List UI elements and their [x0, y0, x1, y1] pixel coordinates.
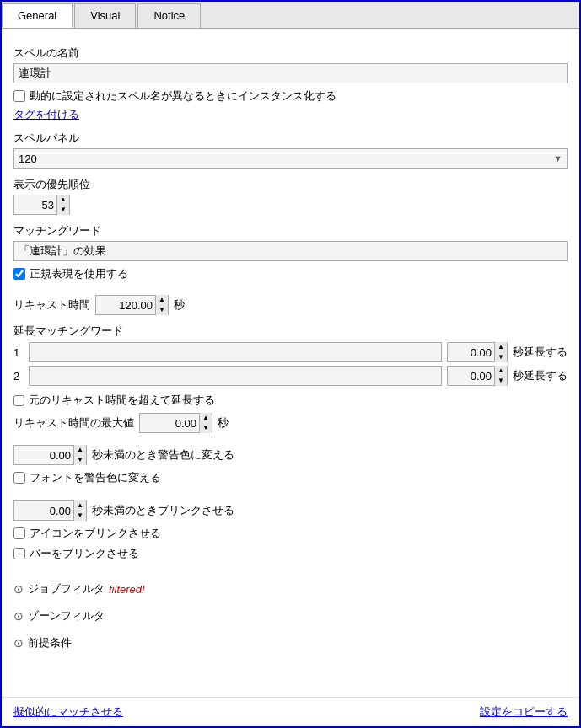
job-filter-label: ジョブフィルタ [28, 581, 105, 597]
warning-up-icon[interactable]: ▲ [74, 445, 86, 455]
display-priority-spinbox[interactable]: ▲ ▼ [13, 195, 70, 215]
warning-font-checkbox[interactable] [13, 472, 25, 484]
ext-spin-input-1[interactable] [448, 346, 494, 359]
ext-match-row-2: 2 ▲ ▼ 秒延長する [13, 366, 568, 386]
zone-filter-row: ⊙ ゾーンフィルタ [13, 608, 568, 624]
bottom-bar: 擬似的にマッチさせる 設定をコピーする [2, 697, 579, 726]
ext-spin-input-2[interactable] [448, 370, 494, 383]
exceed-label: 元のリキャスト時間を超えて延長する [29, 393, 215, 408]
ext-spin-up-1-icon[interactable]: ▲ [495, 342, 507, 352]
prerequisite-chevron-icon[interactable]: ⊙ [13, 636, 24, 650]
ext-num-1: 1 [13, 346, 24, 359]
matching-word-label: マッチングワード [13, 223, 568, 238]
max-recast-input[interactable] [140, 417, 199, 430]
matching-word-input[interactable] [13, 241, 568, 261]
tag-link[interactable]: タグを付ける [13, 108, 79, 120]
warning-font-label: フォントを警告色に変える [30, 470, 161, 485]
ext-spin-down-1-icon[interactable]: ▼ [495, 352, 507, 362]
tab-visual[interactable]: Visual [74, 3, 136, 28]
recast-spinner[interactable]: ▲ ▼ [155, 295, 168, 315]
job-filter-chevron-icon[interactable]: ⊙ [13, 582, 24, 596]
regex-checkbox-row: 正規表現を使用する [13, 266, 568, 281]
regex-checkbox-label: 正規表現を使用する [30, 266, 128, 281]
blink-alert-row: ▲ ▼ 秒未満のときブリンクさせる [13, 500, 568, 521]
spell-name-input[interactable] [13, 63, 568, 83]
blink-label: 秒未満のときブリンクさせる [92, 503, 234, 518]
tab-general[interactable]: General [2, 3, 73, 28]
tab-bar: General Visual Notice [2, 2, 579, 29]
regex-checkbox[interactable] [13, 268, 25, 280]
blink-input[interactable] [14, 505, 73, 517]
ext-spin-2[interactable]: ▲ ▼ [447, 366, 508, 386]
copy-settings-link[interactable]: 設定をコピーする [480, 704, 568, 720]
recast-spinbox[interactable]: ▲ ▼ [95, 295, 169, 315]
recast-label: リキャスト時間 [13, 297, 90, 313]
recast-unit: 秒 [174, 297, 185, 313]
recast-input[interactable] [96, 299, 155, 312]
blink-icon-row: アイコンをブリンクさせる [13, 526, 568, 541]
blink-icon-label: アイコンをブリンクさせる [30, 526, 161, 541]
recast-row: リキャスト時間 ▲ ▼ 秒 [13, 295, 568, 315]
max-recast-spinbox[interactable]: ▲ ▼ [139, 413, 212, 433]
main-container: General Visual Notice スペルの名前 動的に設定されたスペル… [0, 0, 581, 728]
recast-spinner-up-icon[interactable]: ▲ [156, 295, 168, 305]
blink-bar-label: バーをブリンクさせる [30, 546, 139, 561]
warning-spinner[interactable]: ▲ ▼ [73, 445, 86, 465]
ext-unit-1: 秒延長する [513, 345, 568, 360]
fuzzy-match-link[interactable]: 擬似的にマッチさせる [13, 704, 123, 720]
max-recast-spinner[interactable]: ▲ ▼ [199, 413, 212, 433]
spell-panel-dropdown[interactable]: 120 ▼ [13, 148, 568, 169]
warning-input[interactable] [14, 449, 73, 462]
blink-spinbox[interactable]: ▲ ▼ [13, 500, 87, 521]
display-priority-input[interactable] [14, 199, 56, 211]
blink-bar-row: バーをブリンクさせる [13, 546, 568, 561]
ext-spinner-1[interactable]: ▲ ▼ [494, 342, 507, 362]
ext-spin-1[interactable]: ▲ ▼ [447, 342, 508, 362]
exceed-row: 元のリキャスト時間を超えて延長する [13, 393, 568, 408]
blink-bar-checkbox[interactable] [13, 548, 25, 559]
prerequisite-row: ⊙ 前提条件 [13, 635, 568, 650]
blink-icon-checkbox[interactable] [13, 527, 25, 539]
ext-match-row-1: 1 ▲ ▼ 秒延長する [13, 342, 568, 362]
dynamic-checkbox[interactable] [13, 90, 25, 102]
job-filter-row: ⊙ ジョブフィルタ filtered! [13, 581, 568, 597]
max-recast-down-icon[interactable]: ▼ [200, 423, 212, 433]
dynamic-checkbox-row: 動的に設定されたスペル名が異なるときにインスタンス化する [13, 88, 568, 104]
blink-up-icon[interactable]: ▲ [74, 500, 86, 511]
warning-spinbox[interactable]: ▲ ▼ [13, 445, 87, 465]
zone-filter-chevron-icon[interactable]: ⊙ [13, 609, 24, 623]
exceed-checkbox[interactable] [13, 395, 24, 406]
max-recast-unit: 秒 [218, 415, 229, 431]
recast-spinner-down-icon[interactable]: ▼ [156, 305, 168, 315]
blink-spinner[interactable]: ▲ ▼ [73, 500, 86, 521]
spell-name-label: スペルの名前 [13, 46, 568, 61]
zone-filter-label: ゾーンフィルタ [28, 608, 105, 624]
spell-panel-label: スペルパネル [13, 131, 568, 146]
ext-unit-2: 秒延長する [513, 368, 568, 383]
max-recast-label: リキャスト時間の最大値 [13, 415, 134, 431]
ext-num-2: 2 [13, 370, 24, 383]
ext-match-section: 延長マッチングワード 1 ▲ ▼ 秒延長する 2 [13, 324, 568, 386]
job-filter-filtered-badge: filtered! [109, 583, 145, 596]
warning-label: 秒未満のとき警告色に変える [92, 447, 234, 463]
warning-down-icon[interactable]: ▼ [74, 455, 86, 465]
spell-panel-value: 120 [19, 153, 553, 165]
max-recast-up-icon[interactable]: ▲ [200, 413, 212, 423]
ext-input-2[interactable] [29, 366, 442, 386]
tab-notice[interactable]: Notice [137, 3, 201, 28]
max-recast-row: リキャスト時間の最大値 ▲ ▼ 秒 [13, 413, 568, 433]
spinner-up-icon[interactable]: ▲ [57, 195, 69, 205]
dynamic-checkbox-label: 動的に設定されたスペル名が異なるときにインスタンス化する [30, 88, 336, 104]
display-priority-spinner[interactable]: ▲ ▼ [56, 195, 69, 215]
ext-spinner-2[interactable]: ▲ ▼ [494, 366, 507, 386]
blink-down-icon[interactable]: ▼ [74, 511, 86, 521]
ext-spin-up-2-icon[interactable]: ▲ [495, 366, 507, 376]
spinner-down-icon[interactable]: ▼ [57, 205, 69, 215]
ext-input-1[interactable] [29, 342, 442, 362]
warning-alert-row: ▲ ▼ 秒未満のとき警告色に変える [13, 445, 568, 465]
display-priority-label: 表示の優先順位 [13, 177, 568, 192]
prerequisite-label: 前提条件 [28, 635, 72, 650]
warning-font-row: フォントを警告色に変える [13, 470, 568, 485]
content-area: スペルの名前 動的に設定されたスペル名が異なるときにインスタンス化する タグを付… [2, 29, 579, 697]
ext-spin-down-2-icon[interactable]: ▼ [495, 376, 507, 386]
